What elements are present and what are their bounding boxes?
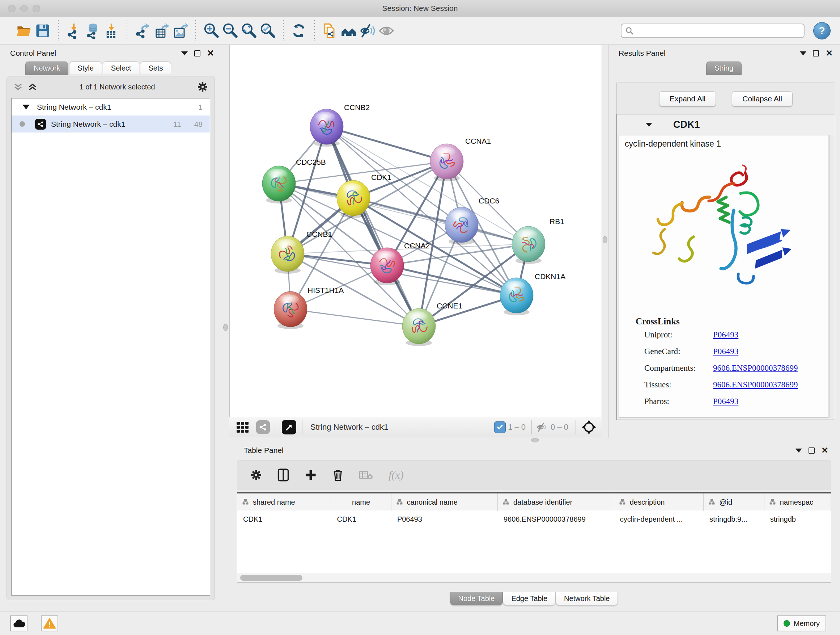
export-network-button[interactable] bbox=[133, 21, 152, 41]
column-header--id[interactable]: @id bbox=[704, 494, 764, 511]
hide-selection-button[interactable] bbox=[358, 21, 377, 41]
tab-string[interactable]: String bbox=[706, 62, 742, 75]
table-horizontal-scrollbar[interactable] bbox=[237, 573, 831, 583]
gear-icon[interactable] bbox=[250, 469, 262, 481]
tab-network-table[interactable]: Network Table bbox=[556, 592, 618, 605]
toolbar-separator bbox=[195, 20, 196, 41]
tab-style[interactable]: Style bbox=[69, 62, 102, 75]
memory-button[interactable]: Memory bbox=[777, 616, 826, 631]
tab-select[interactable]: Select bbox=[103, 62, 140, 75]
panel-menu-icon[interactable] bbox=[800, 51, 806, 55]
network-collection-row[interactable]: String Network – cdk1 1 bbox=[11, 98, 210, 116]
fit-selected-crosshair-icon[interactable] bbox=[581, 419, 597, 435]
collapse-all-icon[interactable] bbox=[13, 82, 23, 91]
zoom-out-button[interactable] bbox=[221, 21, 240, 41]
export-table-button[interactable] bbox=[152, 21, 171, 41]
panel-close-icon[interactable]: ✕ bbox=[821, 446, 829, 455]
share-document-button[interactable] bbox=[321, 21, 339, 41]
attribute-tree-icon bbox=[242, 498, 248, 507]
panel-float-icon[interactable] bbox=[808, 448, 815, 454]
tab-sets[interactable]: Sets bbox=[140, 62, 171, 75]
zoom-selected-button[interactable] bbox=[258, 21, 277, 41]
help-button[interactable]: ? bbox=[813, 22, 831, 40]
panel-float-icon[interactable] bbox=[813, 50, 819, 57]
grid-view-icon[interactable] bbox=[236, 420, 249, 434]
network-canvas[interactable]: CCNB2CCNA1CDC25BCDK1CDC6RB1CCNB1CCNA2CDK… bbox=[229, 45, 602, 417]
refresh-view-button[interactable] bbox=[289, 21, 308, 41]
table-cell[interactable]: 9606.ENSP00000378699 bbox=[498, 511, 614, 527]
network-node-ccna2[interactable] bbox=[370, 248, 404, 285]
panel-close-icon[interactable]: ✕ bbox=[826, 49, 833, 57]
left-splitter[interactable] bbox=[221, 45, 229, 611]
network-node-hist1h1a[interactable] bbox=[274, 291, 307, 329]
open-session-button[interactable] bbox=[14, 21, 33, 41]
gear-icon[interactable] bbox=[197, 81, 208, 92]
collapse-all-button[interactable]: Collapse All bbox=[732, 91, 793, 106]
table-cell[interactable]: stringdb bbox=[764, 511, 831, 527]
network-node-ccna1[interactable] bbox=[430, 144, 463, 181]
network-share-icon[interactable] bbox=[256, 420, 270, 434]
show-columns-icon[interactable] bbox=[277, 469, 289, 481]
search-input[interactable] bbox=[621, 24, 805, 38]
expand-all-button[interactable]: Expand All bbox=[659, 91, 716, 106]
network-row-selected[interactable]: String Network – cdk1 11 48 bbox=[11, 116, 210, 133]
table-cell[interactable]: P06493 bbox=[392, 511, 498, 527]
window-minimize-button[interactable] bbox=[20, 5, 28, 12]
crosslink-value-link[interactable]: 9606.ENSP00000378699 bbox=[713, 380, 798, 390]
zoom-in-button[interactable] bbox=[202, 21, 221, 41]
crosslink-value-link[interactable]: P06493 bbox=[713, 397, 738, 406]
table-row[interactable]: CDK1CDK1P064939606.ENSP00000378699cyclin… bbox=[237, 511, 831, 527]
column-header-shared-name[interactable]: shared name bbox=[237, 494, 331, 511]
panel-float-icon[interactable] bbox=[194, 50, 201, 57]
show-all-button[interactable] bbox=[377, 21, 396, 41]
section-collapse-icon[interactable] bbox=[646, 123, 652, 127]
table-cell[interactable]: cyclin-dependent ... bbox=[614, 511, 704, 527]
crosslink-value-link[interactable]: P06493 bbox=[713, 347, 738, 356]
zoom-fit-button[interactable] bbox=[240, 21, 258, 41]
column-header-namespac[interactable]: namespac bbox=[764, 494, 831, 511]
crosslink-value-link[interactable]: P06493 bbox=[713, 330, 738, 340]
column-header-database-identifier[interactable]: database identifier bbox=[498, 494, 614, 511]
panel-menu-icon[interactable] bbox=[181, 51, 188, 55]
window-close-button[interactable] bbox=[8, 5, 16, 12]
delete-column-icon[interactable] bbox=[332, 469, 344, 481]
network-node-ccnb1[interactable] bbox=[271, 236, 304, 274]
add-column-icon[interactable] bbox=[305, 469, 317, 481]
crosslink-value-link[interactable]: 9606.ENSP00000378699 bbox=[713, 363, 798, 373]
network-graph[interactable]: CCNB2CCNA1CDC25BCDK1CDC6RB1CCNB1CCNA2CDK… bbox=[230, 45, 602, 417]
tab-network[interactable]: Network bbox=[25, 62, 68, 75]
home-button[interactable] bbox=[339, 21, 358, 41]
results-scrollbar[interactable] bbox=[829, 135, 834, 418]
cdk1-section-header[interactable]: CDK1 bbox=[617, 114, 835, 135]
network-node-ccne1[interactable] bbox=[402, 309, 436, 346]
network-node-cdkn1a[interactable] bbox=[500, 278, 533, 315]
tab-node-table[interactable]: Node Table bbox=[450, 592, 503, 605]
horizontal-splitter[interactable] bbox=[229, 437, 601, 442]
export-image-button[interactable] bbox=[171, 21, 189, 41]
expand-all-icon[interactable] bbox=[28, 82, 37, 91]
table-cell[interactable]: CDK1 bbox=[237, 511, 331, 527]
save-session-button[interactable] bbox=[33, 21, 52, 41]
network-node-rb1[interactable] bbox=[512, 226, 545, 264]
column-header-name[interactable]: name bbox=[331, 494, 391, 511]
right-splitter[interactable] bbox=[601, 45, 608, 438]
table-cell[interactable]: CDK1 bbox=[331, 511, 391, 527]
import-table-file-button[interactable] bbox=[102, 21, 121, 41]
column-header-canonical-name[interactable]: canonical name bbox=[392, 494, 498, 511]
panel-menu-icon[interactable] bbox=[796, 448, 802, 453]
column-header-description[interactable]: description bbox=[614, 494, 704, 511]
import-network-file-button[interactable] bbox=[65, 21, 83, 41]
window-zoom-button[interactable] bbox=[33, 5, 40, 12]
import-network-database-button[interactable] bbox=[83, 21, 102, 41]
table-cell[interactable]: stringdb:9... bbox=[704, 511, 764, 527]
open-in-new-window-icon[interactable] bbox=[282, 420, 296, 434]
tab-edge-table[interactable]: Edge Table bbox=[503, 592, 556, 605]
cloud-status-button[interactable] bbox=[10, 616, 27, 631]
warnings-button[interactable] bbox=[41, 616, 58, 631]
network-node-cdc25b[interactable] bbox=[262, 166, 295, 203]
selected-checkbox[interactable] bbox=[494, 421, 506, 433]
crosslink-row: GeneCard:P06493 bbox=[619, 343, 828, 360]
crosslink-row: Tissues:9606.ENSP00000378699 bbox=[619, 377, 828, 393]
tree-expand-icon[interactable] bbox=[22, 105, 30, 109]
panel-close-icon[interactable]: ✕ bbox=[207, 49, 214, 57]
